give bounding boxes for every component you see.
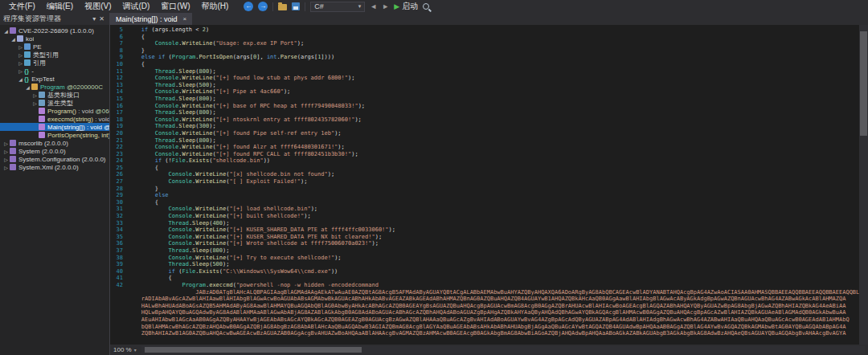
tree-item[interactable]: ▷引用 bbox=[0, 59, 109, 67]
code-lines: 5 if (args.Length < 2)6 {7 Console.Write… bbox=[110, 27, 859, 345]
expander-icon[interactable]: ▷ bbox=[17, 44, 24, 50]
code-line: 31 Console.WriteLine("[+] load shellcode… bbox=[110, 206, 859, 213]
chevron-down-icon: ▾ bbox=[134, 347, 137, 353]
expander-icon[interactable]: ▷ bbox=[2, 165, 10, 170]
code-text: Console.WriteLine("[+] ntoskrnl entry at… bbox=[128, 116, 362, 124]
start-debug-button[interactable]: ▶ 启动 bbox=[394, 1, 418, 12]
expander-icon[interactable]: ▷ bbox=[17, 52, 24, 58]
menu-item-5[interactable]: 帮助(H) bbox=[195, 1, 234, 12]
tree-item-label: PortIsOpen(string, int) : bool @06000004 bbox=[47, 132, 109, 139]
tree-item[interactable]: Program() : void @06000001 bbox=[0, 107, 109, 115]
code-line: 12 Console.WriteLine("[+] found low stub… bbox=[110, 75, 859, 82]
tree-item[interactable]: ◢CVE-2022-26809 (1.0.0.0) bbox=[0, 27, 109, 35]
menu-item-4[interactable]: 窗口(W) bbox=[155, 1, 195, 12]
line-number bbox=[110, 296, 128, 303]
menu-bar: 文件(F)编辑(E)视图(V)调试(D)窗口(W)帮助(H) bbox=[3, 1, 234, 12]
tree-item[interactable]: PortIsOpen(string, int) : bool @06000004 bbox=[0, 131, 109, 139]
code-editor[interactable]: 5 if (args.Length < 2)6 {7 Console.Write… bbox=[110, 25, 868, 345]
tree-item[interactable]: ▷{}- bbox=[0, 67, 109, 75]
code-text: else if (Program.PortIsOpen(args[0], int… bbox=[128, 54, 334, 61]
horizontal-scrollbar-thumb[interactable] bbox=[145, 347, 362, 353]
tab-close-icon[interactable]: × bbox=[183, 15, 187, 22]
search-icon[interactable] bbox=[423, 3, 429, 10]
tree-item[interactable]: ◢{}ExpTest bbox=[0, 75, 109, 83]
toolbar-separator bbox=[305, 2, 305, 11]
tree-item[interactable]: ▷类型引用 bbox=[0, 51, 109, 59]
language-select[interactable]: C# ▾ bbox=[310, 2, 365, 12]
expander-icon[interactable]: ◢ bbox=[17, 76, 24, 82]
tree-item[interactable]: Main(string[]) : void @06000003 bbox=[0, 123, 109, 131]
code-text: Console.WriteLine("[+] found low stub at… bbox=[128, 75, 354, 82]
line-number: 25 bbox=[110, 165, 128, 172]
vertical-scrollbar[interactable] bbox=[859, 25, 868, 345]
expander-icon[interactable]: ▷ bbox=[17, 68, 24, 74]
line-number bbox=[110, 330, 128, 337]
code-text: Console.WriteLine("[x] shellcode.bin not… bbox=[128, 171, 334, 178]
menu-item-1[interactable]: 编辑(E) bbox=[41, 1, 79, 12]
expander-icon[interactable]: ◢ bbox=[24, 84, 31, 90]
menu-item-0[interactable]: 文件(F) bbox=[3, 1, 41, 12]
code-line: 38 Console.WriteLine("[+] Try to execute… bbox=[110, 255, 859, 262]
zoom-value: 100 % bbox=[113, 346, 132, 353]
code-text: Thread.Sleep(800); bbox=[128, 137, 216, 145]
panel-menu-icon[interactable]: ▾ bbox=[91, 15, 97, 22]
code-line: 29 else bbox=[110, 192, 859, 199]
code-text: Console.WriteLine("[+] load shellcode.bi… bbox=[128, 206, 317, 213]
expander-icon[interactable]: ▷ bbox=[31, 100, 39, 106]
menu-item-3[interactable]: 调试(D) bbox=[117, 1, 155, 12]
method-icon bbox=[39, 108, 45, 114]
tree-item[interactable]: ▷System.Configuration (2.0.0.0) bbox=[0, 155, 109, 163]
assembly-icon bbox=[10, 164, 16, 170]
line-number: 33 bbox=[110, 220, 128, 227]
assembly-tree[interactable]: ◢CVE-2022-26809 (1.0.0.0)◢koi▷PE▷类型引用▷引用… bbox=[0, 25, 109, 355]
expander-icon[interactable]: ◢ bbox=[10, 36, 17, 42]
menu-item-2[interactable]: 视图(V) bbox=[79, 1, 117, 12]
main-area: 程序集资源管理器 ▾ ✕ ◢CVE-2022-26809 (1.0.0.0)◢k… bbox=[0, 13, 868, 355]
tree-item[interactable]: ▷mscorlib (2.0.0.0) bbox=[0, 139, 109, 147]
assembly-icon bbox=[10, 140, 16, 146]
play-icon: ▶ bbox=[394, 2, 399, 10]
tree-item-label: Main(string[]) : void @06000003 bbox=[47, 124, 109, 131]
save-all-icon[interactable] bbox=[292, 2, 300, 10]
expander-icon[interactable]: ◢ bbox=[2, 28, 10, 34]
zoom-control[interactable]: 100 % ▾ bbox=[113, 346, 137, 353]
pe-icon bbox=[24, 43, 31, 50]
tree-item-label: System (2.0.0.0) bbox=[18, 148, 66, 155]
tree-item[interactable]: ▷PE bbox=[0, 43, 109, 51]
tree-item[interactable]: ▷派生类型 bbox=[0, 99, 109, 107]
code-text: HQLwBpAHQAYQBuAGQAdwByAG8AdABlAHMAaABlAG… bbox=[128, 309, 845, 316]
tree-item[interactable]: ▷基类和接口 bbox=[0, 91, 109, 99]
code-line: 26 Console.WriteLine("[x] shellcode.bin … bbox=[110, 171, 859, 178]
expander-icon[interactable]: ▷ bbox=[31, 92, 39, 98]
tree-item[interactable]: ▷System (2.0.0.0) bbox=[0, 147, 109, 155]
navigate-back-button[interactable]: ← bbox=[244, 2, 253, 11]
tree-item[interactable]: ▷System.Xml (2.0.0.0) bbox=[0, 163, 109, 171]
prev-button[interactable]: ◄ bbox=[370, 2, 377, 10]
expander-icon[interactable]: ▷ bbox=[2, 149, 10, 154]
tree-item[interactable]: ◢koi bbox=[0, 35, 109, 43]
tree-item[interactable]: ◢Program @0200000C bbox=[0, 83, 109, 91]
code-line: AEuAHIAbwB1AGcAaAB0AGgAZQByAHAAYwBjAGEAb… bbox=[110, 316, 859, 324]
code-line: 8 } bbox=[110, 47, 859, 55]
line-number: 15 bbox=[110, 96, 128, 103]
code-text: Console.WriteLine("[+] KUSER_SHARED_DATA… bbox=[128, 226, 395, 234]
open-file-icon[interactable] bbox=[278, 4, 287, 10]
tab-main-method[interactable]: Main(string[]) : void × bbox=[110, 13, 192, 25]
expander-icon[interactable]: ▷ bbox=[2, 141, 10, 146]
expander-icon[interactable]: ▷ bbox=[17, 60, 24, 66]
line-number: 38 bbox=[110, 255, 128, 262]
vertical-scrollbar-thumb[interactable] bbox=[860, 31, 867, 136]
tree-item-label: Program @0200000C bbox=[40, 84, 103, 91]
tree-item[interactable]: execcmd(string) : void @06000002 bbox=[0, 115, 109, 123]
code-line: 18 Console.WriteLine("[+] ntoskrnl entry… bbox=[110, 116, 859, 124]
code-line: bQBlAHMAcwBhAGcAZQBzAHQAbwB0AGgAZQBjAG8A… bbox=[110, 324, 859, 331]
navigate-forward-button[interactable]: → bbox=[258, 2, 268, 11]
horizontal-scrollbar[interactable] bbox=[141, 346, 865, 353]
code-text: Console.WriteLine("Usage: exp.exe IP Por… bbox=[128, 40, 304, 47]
next-button[interactable]: ► bbox=[382, 2, 389, 10]
line-number bbox=[110, 316, 128, 324]
code-line: 5 if (args.Length < 2) bbox=[110, 27, 859, 34]
panel-close-icon[interactable]: ✕ bbox=[97, 15, 106, 22]
expander-icon[interactable]: ▷ bbox=[2, 157, 10, 162]
line-number: 37 bbox=[110, 247, 128, 255]
